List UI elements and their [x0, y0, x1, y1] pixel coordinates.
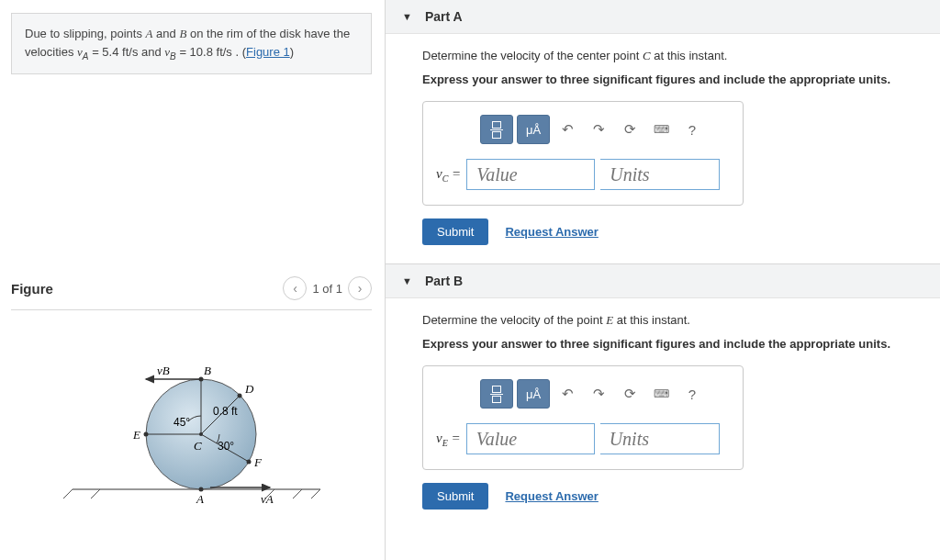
reset-icon[interactable]: ⟳: [616, 115, 643, 144]
vA-sub: A: [83, 50, 89, 61]
text: ): [290, 45, 294, 59]
part-b-title: Part B: [425, 274, 463, 288]
keyboard-icon[interactable]: ⌨: [647, 115, 675, 144]
units-symbol-button[interactable]: μÅ: [517, 379, 550, 409]
text: and: [156, 27, 179, 40]
var-C: C: [643, 49, 651, 62]
part-a-question: Determine the velocity of the center poi…: [422, 49, 903, 63]
part-a-title: Part A: [425, 9, 463, 24]
caret-down-icon: ▼: [402, 275, 412, 286]
part-b-instruction: Express your answer to three significant…: [422, 337, 903, 351]
text: and: [141, 45, 164, 59]
vA-value: = 5.4 ft/s: [92, 45, 138, 59]
figure-title: Figure: [11, 281, 53, 297]
text: Determine the velocity of the center poi…: [422, 49, 643, 62]
units-symbol-button[interactable]: μÅ: [517, 115, 550, 144]
svg-line-4: [293, 489, 302, 498]
figure-next-button[interactable]: ›: [348, 276, 372, 300]
part-a-request-answer-link[interactable]: Request Answer: [505, 225, 598, 239]
text: Due to slipping, points: [25, 27, 146, 40]
svg-text:30°: 30°: [218, 440, 234, 453]
svg-line-1: [63, 489, 73, 498]
part-b-units-input[interactable]: [600, 423, 720, 454]
svg-text:vA: vA: [261, 492, 274, 506]
svg-text:0.8 ft: 0.8 ft: [213, 405, 238, 418]
part-b-var-label: vE =: [436, 431, 461, 448]
redo-icon[interactable]: ↷: [585, 115, 612, 144]
part-b-header[interactable]: ▼ Part B: [386, 264, 940, 298]
svg-text:vB: vB: [157, 364, 170, 377]
part-b-question: Determine the velocity of the point E at…: [422, 313, 903, 328]
part-a-submit-button[interactable]: Submit: [422, 218, 488, 245]
reset-icon[interactable]: ⟳: [616, 379, 643, 409]
part-a-answer-box: μÅ ↶ ↷ ⟳ ⌨ ? vC =: [422, 101, 744, 206]
undo-icon[interactable]: ↶: [554, 115, 581, 144]
part-a-value-input[interactable]: [466, 159, 595, 190]
svg-line-2: [91, 489, 100, 498]
svg-text:D: D: [244, 382, 254, 396]
part-b-request-answer-link[interactable]: Request Answer: [505, 489, 598, 503]
text: at this instant.: [651, 49, 728, 62]
svg-text:E: E: [132, 428, 140, 442]
svg-point-9: [198, 487, 203, 492]
part-a-instruction: Express your answer to three significant…: [422, 73, 903, 86]
svg-line-5: [311, 489, 320, 498]
figure-link[interactable]: Figure 1: [246, 45, 290, 59]
figure-pager-label: 1 of 1: [312, 282, 342, 296]
var-E: E: [606, 313, 613, 327]
figure-prev-button[interactable]: ‹: [283, 276, 307, 300]
figure-diagram: vB B D 0.8 ft 45° 30° E C F A vA: [11, 310, 372, 512]
vB-value: = 10.8 ft/s: [179, 45, 231, 59]
part-a-var-label: vC =: [436, 166, 461, 184]
help-icon[interactable]: ?: [678, 115, 706, 144]
svg-text:B: B: [204, 364, 211, 377]
part-b-value-input[interactable]: [466, 423, 595, 454]
part-a-units-input[interactable]: [600, 159, 720, 190]
caret-down-icon: ▼: [402, 11, 412, 22]
part-b-answer-box: μÅ ↶ ↷ ⟳ ⌨ ? vE =: [422, 365, 744, 470]
redo-icon[interactable]: ↷: [585, 379, 612, 409]
part-b-submit-button[interactable]: Submit: [422, 483, 488, 510]
svg-text:45°: 45°: [173, 416, 190, 429]
templates-icon[interactable]: [480, 115, 513, 144]
help-icon[interactable]: ?: [678, 379, 706, 409]
svg-text:A: A: [196, 492, 204, 506]
text: Determine the velocity of the point: [422, 313, 606, 327]
figure-pager: ‹ 1 of 1 ›: [283, 276, 372, 300]
templates-icon[interactable]: [480, 379, 513, 409]
text: . (: [235, 45, 246, 59]
part-a-header[interactable]: ▼ Part A: [386, 0, 940, 34]
var-B: B: [179, 27, 186, 40]
undo-icon[interactable]: ↶: [554, 379, 581, 409]
svg-text:F: F: [253, 455, 263, 469]
keyboard-icon[interactable]: ⌨: [647, 379, 675, 409]
svg-text:C: C: [194, 439, 202, 453]
var-A: A: [146, 27, 153, 40]
problem-statement: Due to slipping, points A and B on the r…: [11, 13, 372, 74]
vB-sub: B: [170, 50, 176, 61]
text: at this instant.: [613, 313, 690, 327]
